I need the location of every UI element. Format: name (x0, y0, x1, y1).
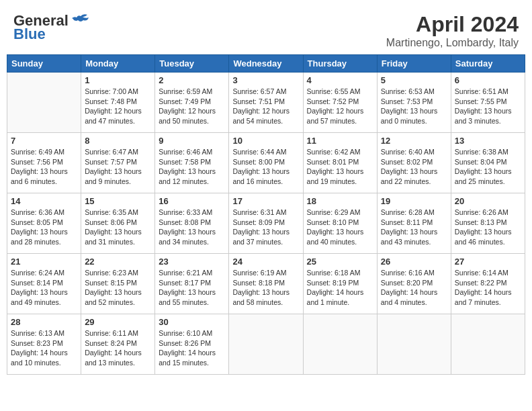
day-number: 18 (307, 196, 373, 206)
day-number: 26 (381, 257, 447, 267)
header-wednesday: Wednesday (229, 55, 303, 73)
calendar-table: SundayMondayTuesdayWednesdayThursdayFrid… (7, 54, 525, 375)
day-number: 5 (381, 75, 447, 85)
week-row-5: 28Sunrise: 6:13 AMSunset: 8:23 PMDayligh… (7, 314, 525, 375)
calendar-cell (229, 314, 303, 375)
calendar-cell: 19Sunrise: 6:28 AMSunset: 8:11 PMDayligh… (377, 193, 451, 254)
day-info: Sunrise: 6:29 AMSunset: 8:10 PMDaylight:… (307, 208, 373, 247)
day-number: 24 (232, 257, 299, 267)
day-number: 7 (11, 136, 77, 146)
day-info: Sunrise: 6:18 AMSunset: 8:19 PMDaylight:… (307, 268, 373, 308)
day-number: 23 (159, 257, 225, 267)
header-friday: Friday (377, 55, 451, 73)
calendar-cell: 5Sunrise: 6:53 AMSunset: 7:53 PMDaylight… (377, 73, 451, 133)
header-monday: Monday (81, 55, 155, 73)
header-tuesday: Tuesday (155, 55, 229, 73)
header-saturday: Saturday (451, 55, 525, 73)
calendar-cell: 7Sunrise: 6:49 AMSunset: 7:56 PMDaylight… (7, 133, 81, 193)
day-info: Sunrise: 6:40 AMSunset: 8:02 PMDaylight:… (381, 147, 447, 187)
calendar-cell: 20Sunrise: 6:26 AMSunset: 8:13 PMDayligh… (451, 193, 525, 254)
day-info: Sunrise: 6:24 AMSunset: 8:14 PMDaylight:… (11, 268, 77, 308)
calendar-cell: 29Sunrise: 6:11 AMSunset: 8:24 PMDayligh… (81, 314, 155, 375)
calendar-cell: 11Sunrise: 6:42 AMSunset: 8:01 PMDayligh… (303, 133, 377, 193)
day-info: Sunrise: 6:51 AMSunset: 7:55 PMDaylight:… (455, 87, 521, 126)
logo-blue-text: Blue (13, 26, 46, 43)
day-number: 30 (159, 317, 225, 327)
day-number: 9 (159, 136, 225, 146)
day-info: Sunrise: 6:53 AMSunset: 7:53 PMDaylight:… (381, 87, 447, 126)
calendar-cell (7, 73, 81, 133)
day-info: Sunrise: 6:36 AMSunset: 8:05 PMDaylight:… (11, 208, 77, 247)
day-info: Sunrise: 6:59 AMSunset: 7:49 PMDaylight:… (159, 87, 225, 126)
calendar-cell: 26Sunrise: 6:16 AMSunset: 8:20 PMDayligh… (377, 254, 451, 314)
calendar-cell: 13Sunrise: 6:38 AMSunset: 8:04 PMDayligh… (451, 133, 525, 193)
day-number: 16 (159, 196, 225, 206)
day-number: 3 (232, 75, 299, 85)
calendar-cell (451, 314, 525, 375)
day-info: Sunrise: 6:33 AMSunset: 8:08 PMDaylight:… (159, 208, 225, 247)
week-row-1: 1Sunrise: 7:00 AMSunset: 7:48 PMDaylight… (7, 73, 525, 133)
calendar-header-row: SundayMondayTuesdayWednesdayThursdayFrid… (7, 55, 525, 73)
calendar-cell: 25Sunrise: 6:18 AMSunset: 8:19 PMDayligh… (303, 254, 377, 314)
header-sunday: Sunday (7, 55, 81, 73)
day-info: Sunrise: 6:23 AMSunset: 8:15 PMDaylight:… (85, 268, 151, 308)
day-info: Sunrise: 6:47 AMSunset: 7:57 PMDaylight:… (85, 147, 151, 187)
day-number: 15 (85, 196, 151, 206)
day-info: Sunrise: 6:14 AMSunset: 8:22 PMDaylight:… (455, 268, 521, 308)
calendar-cell: 14Sunrise: 6:36 AMSunset: 8:05 PMDayligh… (7, 193, 81, 254)
day-number: 20 (455, 196, 521, 206)
day-number: 25 (307, 257, 373, 267)
day-info: Sunrise: 6:13 AMSunset: 8:23 PMDaylight:… (11, 328, 77, 368)
calendar-cell: 1Sunrise: 7:00 AMSunset: 7:48 PMDaylight… (81, 73, 155, 133)
day-number: 6 (455, 75, 521, 85)
day-number: 28 (11, 317, 77, 327)
title-block: April 2024 Martinengo, Lombardy, Italy (386, 12, 519, 49)
day-number: 27 (455, 257, 521, 267)
day-number: 10 (232, 136, 299, 146)
day-info: Sunrise: 6:35 AMSunset: 8:06 PMDaylight:… (85, 208, 151, 247)
calendar-cell: 8Sunrise: 6:47 AMSunset: 7:57 PMDaylight… (81, 133, 155, 193)
day-info: Sunrise: 6:31 AMSunset: 8:09 PMDaylight:… (232, 208, 299, 247)
week-row-3: 14Sunrise: 6:36 AMSunset: 8:05 PMDayligh… (7, 193, 525, 254)
calendar-cell: 3Sunrise: 6:57 AMSunset: 7:51 PMDaylight… (229, 73, 303, 133)
day-info: Sunrise: 6:46 AMSunset: 7:58 PMDaylight:… (159, 147, 225, 187)
page-header: General Blue April 2024 Martinengo, Lomb… (7, 7, 525, 49)
day-info: Sunrise: 7:00 AMSunset: 7:48 PMDaylight:… (85, 87, 151, 126)
week-row-4: 21Sunrise: 6:24 AMSunset: 8:14 PMDayligh… (7, 254, 525, 314)
day-info: Sunrise: 6:28 AMSunset: 8:11 PMDaylight:… (381, 208, 447, 247)
day-info: Sunrise: 6:10 AMSunset: 8:26 PMDaylight:… (159, 328, 225, 368)
calendar-cell: 12Sunrise: 6:40 AMSunset: 8:02 PMDayligh… (377, 133, 451, 193)
day-info: Sunrise: 6:49 AMSunset: 7:56 PMDaylight:… (11, 147, 77, 187)
day-number: 11 (307, 136, 373, 146)
day-info: Sunrise: 6:38 AMSunset: 8:04 PMDaylight:… (455, 147, 521, 187)
calendar-cell: 9Sunrise: 6:46 AMSunset: 7:58 PMDaylight… (155, 133, 229, 193)
calendar-cell (377, 314, 451, 375)
day-info: Sunrise: 6:21 AMSunset: 8:17 PMDaylight:… (159, 268, 225, 308)
day-info: Sunrise: 6:19 AMSunset: 8:18 PMDaylight:… (232, 268, 299, 308)
day-number: 21 (11, 257, 77, 267)
day-number: 17 (232, 196, 299, 206)
day-info: Sunrise: 6:16 AMSunset: 8:20 PMDaylight:… (381, 268, 447, 308)
day-info: Sunrise: 6:57 AMSunset: 7:51 PMDaylight:… (232, 87, 299, 126)
calendar-title: April 2024 (386, 12, 519, 37)
calendar-cell: 10Sunrise: 6:44 AMSunset: 8:00 PMDayligh… (229, 133, 303, 193)
week-row-2: 7Sunrise: 6:49 AMSunset: 7:56 PMDaylight… (7, 133, 525, 193)
calendar-cell: 23Sunrise: 6:21 AMSunset: 8:17 PMDayligh… (155, 254, 229, 314)
day-number: 19 (381, 196, 447, 206)
day-info: Sunrise: 6:11 AMSunset: 8:24 PMDaylight:… (85, 328, 151, 368)
day-number: 14 (11, 196, 77, 206)
calendar-cell: 17Sunrise: 6:31 AMSunset: 8:09 PMDayligh… (229, 193, 303, 254)
calendar-cell: 2Sunrise: 6:59 AMSunset: 7:49 PMDaylight… (155, 73, 229, 133)
header-thursday: Thursday (303, 55, 377, 73)
day-number: 13 (455, 136, 521, 146)
calendar-cell: 21Sunrise: 6:24 AMSunset: 8:14 PMDayligh… (7, 254, 81, 314)
calendar-cell: 27Sunrise: 6:14 AMSunset: 8:22 PMDayligh… (451, 254, 525, 314)
calendar-cell: 15Sunrise: 6:35 AMSunset: 8:06 PMDayligh… (81, 193, 155, 254)
calendar-cell: 30Sunrise: 6:10 AMSunset: 8:26 PMDayligh… (155, 314, 229, 375)
day-info: Sunrise: 6:42 AMSunset: 8:01 PMDaylight:… (307, 147, 373, 187)
day-number: 29 (85, 317, 151, 327)
logo: General Blue (13, 12, 90, 43)
day-info: Sunrise: 6:44 AMSunset: 8:00 PMDaylight:… (232, 147, 299, 187)
calendar-cell: 4Sunrise: 6:55 AMSunset: 7:52 PMDaylight… (303, 73, 377, 133)
calendar-cell: 18Sunrise: 6:29 AMSunset: 8:10 PMDayligh… (303, 193, 377, 254)
